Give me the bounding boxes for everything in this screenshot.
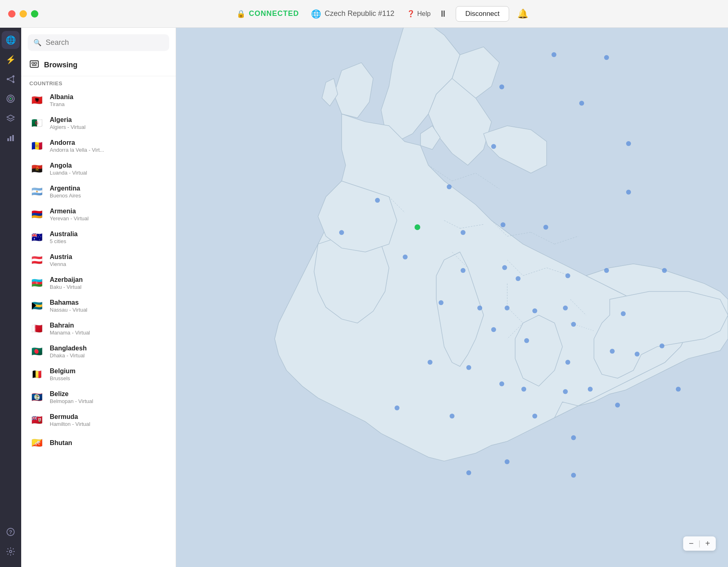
list-item[interactable]: 🇦🇷 Argentina Buenos Aires (24, 180, 172, 203)
search-area: 🔍 (21, 28, 176, 54)
lock-icon: 🔒 (236, 9, 245, 18)
country-info: Belgium Brussels (50, 368, 168, 381)
map-dot (543, 225, 548, 230)
country-info: Bahrain Manama - Virtual (50, 322, 168, 336)
country-flag: 🇧🇿 (29, 390, 44, 405)
sidebar-item-target[interactable] (2, 90, 20, 108)
connected-label: CONNECTED (249, 9, 299, 18)
map-dot (403, 255, 408, 259)
titlebar-center: 🔒 CONNECTED 🌐 Czech Republic #112 ❓ Help… (45, 6, 720, 22)
country-name: Bahamas (50, 299, 168, 306)
country-info: Andorra Andorra la Vella - Virt... (50, 139, 168, 153)
map-dot (491, 327, 496, 332)
country-sub: 5 cities (50, 238, 168, 244)
country-info: Algeria Algiers - Virtual (50, 116, 168, 130)
country-name: Bahrain (50, 322, 168, 329)
map-dot (415, 224, 420, 230)
country-info: Austria Vienna (50, 253, 168, 267)
map-dot (477, 306, 482, 310)
list-item[interactable]: 🇧🇿 Belize Belmopan - Virtual (24, 386, 172, 409)
map-dot (532, 308, 537, 313)
search-box: 🔍 (28, 34, 169, 51)
list-item[interactable]: 🇧🇹 Bhutan (24, 432, 172, 454)
map-dot (339, 230, 344, 235)
close-button[interactable] (8, 10, 15, 18)
browsing-row[interactable]: Browsing (21, 54, 176, 76)
sidebar-item-locations[interactable]: 🌐 (2, 31, 20, 49)
pause-button[interactable]: ⏸ (439, 9, 448, 19)
minimize-button[interactable] (20, 10, 27, 18)
list-item[interactable]: 🇧🇲 Bermuda Hamilton - Virtual (24, 409, 172, 432)
country-info: Bahamas Nassau - Virtual (50, 299, 168, 313)
maximize-button[interactable] (31, 10, 38, 18)
sidebar-bottom: ? (2, 523, 20, 567)
map-dot (676, 387, 681, 392)
bell-icon[interactable]: 🔔 (517, 9, 528, 19)
country-sub: Manama - Virtual (50, 330, 168, 336)
sidebar-item-layers[interactable] (2, 109, 20, 127)
disconnect-button[interactable]: Disconnect (456, 6, 509, 22)
sidebar-item-settings[interactable] (2, 543, 20, 560)
list-item[interactable]: 🇦🇱 Albania Tirana (24, 89, 172, 112)
zoom-in-button[interactable]: + (705, 539, 710, 548)
list-item[interactable]: 🇦🇹 Austria Vienna (24, 249, 172, 272)
country-name: Bhutan (50, 439, 168, 447)
country-sub: Luanda - Virtual (50, 170, 168, 176)
map-dot (565, 360, 570, 365)
list-item[interactable]: 🇦🇲 Armenia Yerevan - Virtual (24, 203, 172, 226)
country-sub: Brussels (50, 375, 168, 381)
svg-point-14 (9, 550, 12, 553)
sidebar-item-shield[interactable]: ⚡ (2, 51, 20, 69)
map-dot (395, 405, 399, 410)
map-dot (662, 268, 667, 273)
country-flag: 🇧🇭 (29, 321, 44, 336)
list-item[interactable]: 🇧🇩 Bangladesh Dhaka - Virtual (24, 340, 172, 363)
list-item[interactable]: 🇦🇩 Andorra Andorra la Vella - Virt... (24, 135, 172, 157)
country-sub: Yerevan - Virtual (50, 215, 168, 221)
help-button[interactable]: ❓ Help (407, 10, 431, 18)
list-item[interactable]: 🇧🇭 Bahrain Manama - Virtual (24, 317, 172, 340)
sidebar-item-help[interactable]: ? (2, 523, 20, 541)
list-item[interactable]: 🇦🇺 Australia 5 cities (24, 226, 172, 249)
country-flag: 🇦🇲 (29, 207, 44, 222)
map-dot (505, 306, 510, 310)
list-item[interactable]: 🇦🇿 Azerbaijan Baku - Virtual (24, 272, 172, 295)
country-info: Bermuda Hamilton - Virtual (50, 413, 168, 427)
zoom-out-button[interactable]: − (689, 539, 694, 548)
country-sub: Baku - Virtual (50, 284, 168, 290)
list-item[interactable]: 🇧🇪 Belgium Brussels (24, 363, 172, 386)
country-flag: 🇧🇹 (29, 436, 44, 450)
country-name: Andorra (50, 139, 168, 146)
list-item[interactable]: 🇦🇴 Angola Luanda - Virtual (24, 157, 172, 180)
list-item[interactable]: 🇩🇿 Algeria Algiers - Virtual (24, 112, 172, 135)
country-flag: 🇦🇹 (29, 253, 44, 268)
map-dot (604, 55, 609, 60)
country-info: Belize Belmopan - Virtual (50, 390, 168, 404)
server-name: Czech Republic #112 (324, 9, 394, 18)
list-item[interactable]: 🇧🇸 Bahamas Nassau - Virtual (24, 295, 172, 317)
sidebar-item-stats[interactable] (2, 129, 20, 147)
map-dot (499, 84, 504, 89)
country-sub: Belmopan - Virtual (50, 398, 168, 404)
map-dot (428, 360, 432, 365)
titlebar-right: ❓ Help ⏸ Disconnect 🔔 (407, 6, 528, 22)
country-info: Albania Tirana (50, 93, 168, 107)
map-dot (571, 322, 576, 327)
svg-rect-15 (30, 61, 38, 67)
country-info: Argentina Buenos Aires (50, 185, 168, 199)
map-dot (615, 403, 620, 408)
svg-rect-9 (7, 138, 9, 141)
map-dot (532, 414, 537, 419)
sidebar-item-mesh[interactable] (2, 70, 20, 88)
main-container: 🌐 ⚡ (0, 28, 728, 567)
svg-line-3 (8, 76, 13, 79)
map-dot (461, 268, 465, 273)
country-sub: Tirana (50, 101, 168, 107)
map-dot (505, 459, 510, 464)
search-input[interactable] (46, 38, 163, 47)
map-dot (604, 268, 609, 273)
help-icon: ❓ (407, 10, 415, 18)
svg-rect-16 (32, 62, 34, 64)
map-dot (635, 352, 640, 357)
svg-text:?: ? (9, 529, 12, 535)
